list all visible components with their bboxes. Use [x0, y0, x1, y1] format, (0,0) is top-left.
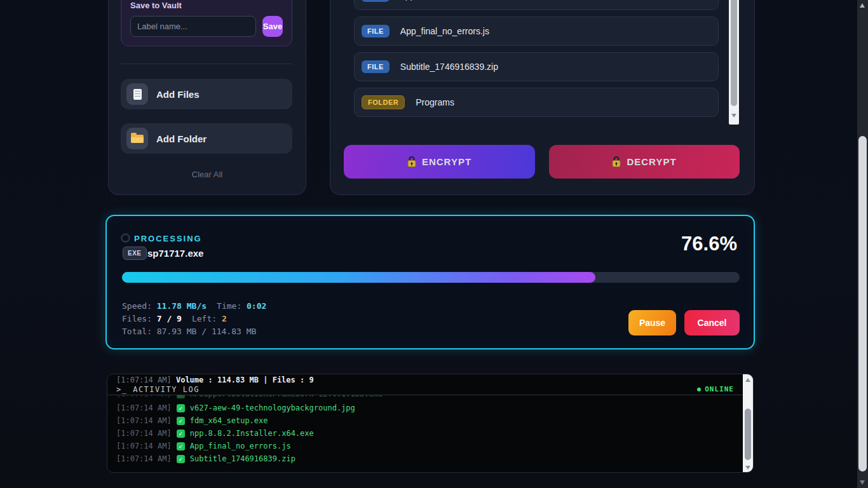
online-dot-icon: [697, 388, 701, 391]
file-icon-box: [126, 83, 148, 105]
check-icon: ✓: [177, 442, 185, 451]
file-type-badge: EXE: [123, 247, 147, 260]
processing-panel: PROCESSING EXE sp71717.exe 76.6% Speed: …: [105, 215, 755, 349]
file-list-scrollbar[interactable]: [729, 0, 739, 125]
log-entry: [1:07:14 AM] ✓ npp.8.8.2.Installer.x64.e…: [116, 429, 314, 438]
file-type-badge: FOLDER: [362, 95, 405, 109]
log-summary-text: Volume : 114.83 MB | Files : 9: [176, 376, 314, 384]
scroll-up-arrow-icon[interactable]: [745, 378, 750, 382]
file-name: App_final_no_errors.js: [400, 26, 489, 36]
log-entry-name: fdm_x64_setup.exe: [190, 416, 268, 425]
processing-status: PROCESSING: [134, 234, 202, 243]
file-list-row[interactable]: FOLDER Programs: [354, 88, 719, 117]
save-to-vault-card: Save to Vault Save: [121, 0, 292, 46]
log-entry-name: App_final_no_errors.js: [190, 442, 291, 451]
scroll-down-arrow-icon[interactable]: [745, 466, 750, 470]
vault-input-row: Save: [130, 16, 283, 37]
add-files-label: Add Files: [156, 89, 200, 100]
progress-fill: [122, 272, 595, 283]
file-name: npp.8.8.2.Installer.x64.exe: [400, 0, 504, 1]
file-list-row[interactable]: FILE Subtitle_1746916839.zip: [354, 52, 719, 81]
files-label: Files:: [122, 314, 152, 323]
speed-value: 11.78 MB/s: [157, 301, 207, 311]
activity-log-header: >_ ACTIVITY LOG ONLINE: [107, 384, 743, 395]
online-label: ONLINE: [705, 385, 734, 393]
file-list-scrollbar-thumb[interactable]: [731, 0, 737, 106]
check-icon: ✓: [177, 404, 185, 412]
log-summary-line: [1:07:14 AM] Volume : 114.83 MB | Files …: [116, 376, 314, 384]
decrypt-label: DECRYPT: [627, 156, 676, 167]
time-value: 0:02: [247, 301, 266, 311]
add-folder-button[interactable]: Add Folder: [121, 123, 292, 154]
document-icon: [133, 89, 142, 100]
log-entry-name: v627-aew-49-technologybackground.jpg: [190, 403, 355, 412]
log-entry-time: [1:07:14 AM]: [116, 416, 172, 425]
file-queue-panel: FILE npp.8.8.2.Installer.x64.exe FILE Ap…: [330, 0, 755, 195]
progress-bar-track: [122, 272, 740, 283]
log-entry: [1:07:14 AM] ✓ App_final_no_errors.js: [116, 442, 291, 451]
stats-line-3: Total: 87.93 MB / 114.83 MB: [122, 325, 276, 338]
lock-icon: [407, 156, 416, 167]
spinner-icon: [121, 233, 130, 243]
left-value: 2: [222, 314, 227, 323]
file-type-badge: FILE: [362, 60, 390, 73]
file-name: Programs: [416, 97, 454, 107]
file-list-row[interactable]: FILE App_final_no_errors.js: [354, 17, 719, 46]
log-entry: [1:07:14 AM] ✓ v627-aew-49-technologybac…: [116, 403, 355, 412]
scroll-down-arrow-icon[interactable]: [860, 480, 865, 485]
check-icon: ✓: [177, 417, 185, 425]
folder-icon-box: [126, 128, 148, 149]
log-entry-name: Subtitle_1746916839.zip: [190, 454, 295, 463]
clear-all-button[interactable]: Clear All: [109, 170, 306, 179]
file-type-badge: FILE: [362, 25, 390, 37]
scroll-down-arrow-icon[interactable]: [731, 114, 736, 118]
total-value: 87.93 MB / 114.83 MB: [157, 327, 257, 336]
left-label: Left:: [192, 314, 217, 323]
vault-label-input[interactable]: [130, 16, 256, 37]
stats-line-2: Files: 7 / 9Left: 2: [122, 313, 276, 325]
check-icon: ✓: [177, 430, 185, 438]
page-scrollbar-thumb[interactable]: [858, 136, 867, 471]
encrypt-button[interactable]: ENCRYPT: [344, 145, 535, 179]
log-entry-time: [1:07:14 AM]: [116, 442, 172, 451]
vault-title: Save to Vault: [130, 1, 283, 10]
file-list-row[interactable]: FILE npp.8.8.2.Installer.x64.exe: [354, 0, 719, 10]
file-type-badge: FILE: [362, 0, 390, 2]
page-scrollbar[interactable]: [857, 0, 868, 488]
log-scrollbar-thumb[interactable]: [745, 409, 751, 460]
lock-icon: [612, 156, 621, 167]
left-sidebar-panel: Save to Vault Save Add Files Add Folder …: [108, 0, 306, 195]
cancel-button[interactable]: Cancel: [684, 310, 740, 336]
log-entry-time: [1:07:14 AM]: [116, 454, 172, 463]
app-root: Save to Vault Save Add Files Add Folder …: [0, 0, 868, 488]
log-entry: [1:07:14 AM] ✓ fdm_x64_setup.exe: [116, 416, 268, 425]
log-entry-time: [1:07:14 AM]: [116, 403, 172, 412]
log-summary-time: [1:07:14 AM]: [116, 376, 172, 384]
log-entry-time: [1:07:14 AM]: [116, 429, 172, 438]
activity-log-panel: [1:07:14 AM] Volume : 114.83 MB | Files …: [107, 374, 754, 473]
files-value: 7 / 9: [157, 314, 182, 323]
save-button[interactable]: Save: [262, 16, 283, 37]
scroll-up-arrow-icon[interactable]: [860, 3, 865, 8]
file-list: FILE npp.8.8.2.Installer.x64.exe FILE Ap…: [354, 0, 719, 117]
log-entry-name: npp.8.8.2.Installer.x64.exe: [190, 429, 314, 438]
log-scrollbar[interactable]: [743, 374, 753, 473]
encrypt-label: ENCRYPT: [422, 156, 471, 167]
processing-file-name: sp71717.exe: [147, 248, 203, 259]
stats-line-1: Speed: 11.78 MB/sTime: 0:02: [122, 300, 276, 313]
file-name: Subtitle_1746916839.zip: [400, 62, 498, 72]
processing-stats: Speed: 11.78 MB/sTime: 0:02 Files: 7 / 9…: [122, 300, 276, 338]
log-entry: [1:07:14 AM] ✓ Subtitle_1746916839.zip: [116, 454, 295, 463]
divider: [121, 64, 292, 64]
speed-label: Speed:: [122, 301, 152, 311]
progress-percent: 76.6%: [681, 233, 737, 255]
add-files-button[interactable]: Add Files: [121, 79, 292, 109]
total-label: Total:: [122, 327, 152, 336]
decrypt-button[interactable]: DECRYPT: [549, 145, 740, 179]
pause-button[interactable]: Pause: [628, 310, 676, 336]
check-icon: ✓: [177, 455, 185, 463]
add-folder-label: Add Folder: [156, 133, 207, 144]
activity-log-title: >_ ACTIVITY LOG: [116, 385, 200, 394]
time-label: Time:: [217, 301, 241, 311]
folder-icon: [131, 135, 144, 143]
